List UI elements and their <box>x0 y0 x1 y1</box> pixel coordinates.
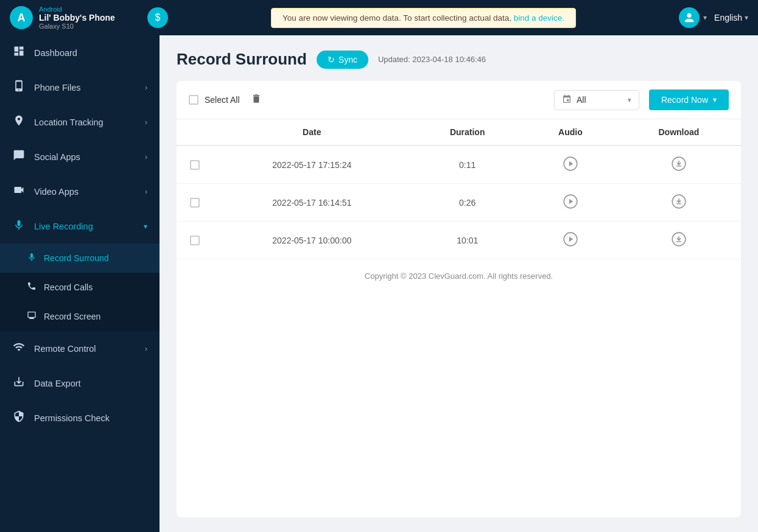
sidebar-label-location-tracking: Location Tracking <box>34 117 136 127</box>
delete-button[interactable] <box>246 91 267 109</box>
sidebar-label-phone-files: Phone Files <box>34 83 136 93</box>
sidebar-label-data-export: Data Export <box>34 379 147 388</box>
sync-button[interactable]: ↻ Sync <box>317 51 368 69</box>
sidebar-item-record-surround[interactable]: Record Surround <box>0 243 160 273</box>
bind-device-link[interactable]: bind a device. <box>514 13 564 23</box>
record-screen-icon <box>27 310 37 323</box>
layout: Dashboard Phone Files › Location Trackin… <box>0 35 758 532</box>
banner-area: You are now viewing demo data. To start … <box>168 8 679 28</box>
sidebar-item-data-export[interactable]: Data Export <box>0 366 160 401</box>
sidebar-item-dashboard[interactable]: Dashboard <box>0 35 160 70</box>
account-switch-icon[interactable]: $ <box>147 7 168 28</box>
row-checkbox[interactable] <box>190 236 200 245</box>
row-checkbox-cell <box>177 145 213 184</box>
live-recording-icon <box>12 219 26 234</box>
col-download: Download <box>617 119 741 145</box>
row-checkbox-cell <box>177 222 213 259</box>
record-calls-icon <box>27 281 37 293</box>
avatar-chevron: ▾ <box>703 13 707 22</box>
sidebar-label-record-screen: Record Screen <box>44 312 100 321</box>
video-apps-icon <box>12 184 26 199</box>
page-title: Record Surround <box>177 50 307 69</box>
location-chevron: › <box>145 118 147 127</box>
row-duration: 10:01 <box>411 222 524 259</box>
table-toolbar: Select All All ▾ Record Now ▾ <box>177 81 741 119</box>
sync-icon: ↻ <box>328 55 335 65</box>
col-date: Date <box>213 119 411 145</box>
device-model: Galaxy S10 <box>39 23 115 30</box>
logo-area: A Android Lil' Bobby's Phone Galaxy S10 … <box>10 5 168 30</box>
recordings-table: Date Duration Audio Download 2022-05-17 … <box>177 119 741 259</box>
row-audio <box>524 222 617 259</box>
row-download <box>617 222 741 259</box>
social-apps-icon <box>12 149 26 164</box>
download-button[interactable] <box>671 194 687 209</box>
row-duration: 0:26 <box>411 184 524 222</box>
svg-marker-1 <box>569 161 574 167</box>
language-label: English <box>714 13 742 23</box>
main-content: Record Surround ↻ Sync Updated: 2023-04-… <box>160 35 758 532</box>
topbar-right: ▾ English ▾ <box>679 7 748 28</box>
row-checkbox[interactable] <box>190 160 200 170</box>
col-duration: Duration <box>411 119 524 145</box>
record-now-button[interactable]: Record Now ▾ <box>649 89 729 110</box>
play-button[interactable] <box>563 194 578 209</box>
sidebar-item-location-tracking[interactable]: Location Tracking › <box>0 105 160 139</box>
sidebar-item-permissions-check[interactable]: Permissions Check <box>0 401 160 435</box>
logo-icon: A <box>10 6 33 29</box>
table-row: 2022-05-17 16:14:51 0:26 <box>177 184 741 222</box>
row-date: 2022-05-17 16:14:51 <box>213 184 411 222</box>
filter-dropdown[interactable]: All ▾ <box>554 90 639 110</box>
device-info: Android Lil' Bobby's Phone Galaxy S10 <box>39 5 115 30</box>
footer: Copyright © 2023 ClevGuard.com. All righ… <box>177 259 741 293</box>
remote-control-chevron: › <box>145 345 147 353</box>
sidebar-label-permissions-check: Permissions Check <box>34 413 147 423</box>
avatar-button[interactable]: ▾ <box>679 7 707 28</box>
dashboard-icon <box>12 45 26 60</box>
phone-files-chevron: › <box>145 83 147 92</box>
record-surround-icon <box>27 252 37 264</box>
col-checkbox <box>177 119 213 145</box>
table-row: 2022-05-17 10:00:00 10:01 <box>177 222 741 259</box>
sidebar-item-remote-control[interactable]: Remote Control › <box>0 331 160 366</box>
avatar-icon <box>679 7 700 28</box>
sidebar-label-video-apps: Video Apps <box>34 187 136 197</box>
sync-label: Sync <box>339 55 357 65</box>
calendar-icon <box>562 94 572 106</box>
sidebar-item-live-recording[interactable]: Live Recording ▾ <box>0 209 160 243</box>
row-download <box>617 145 741 184</box>
demo-banner: You are now viewing demo data. To start … <box>271 8 576 28</box>
svg-marker-9 <box>569 237 574 242</box>
row-checkbox[interactable] <box>190 198 200 208</box>
download-button[interactable] <box>671 156 687 172</box>
live-recording-submenu: Record Surround Record Calls Record Scre… <box>0 243 160 331</box>
record-now-chevron: ▾ <box>713 96 717 104</box>
row-date: 2022-05-17 17:15:24 <box>213 145 411 184</box>
sidebar-label-record-calls: Record Calls <box>44 282 93 292</box>
select-all-area: Select All <box>189 91 267 109</box>
sidebar-item-record-screen[interactable]: Record Screen <box>0 302 160 331</box>
sidebar-item-social-apps[interactable]: Social Apps › <box>0 139 160 174</box>
col-audio: Audio <box>524 119 617 145</box>
sidebar-item-phone-files[interactable]: Phone Files › <box>0 70 160 105</box>
sidebar-item-record-calls[interactable]: Record Calls <box>0 273 160 302</box>
language-selector[interactable]: English ▾ <box>714 13 748 23</box>
filter-label: All <box>577 95 623 105</box>
row-duration: 0:11 <box>411 145 524 184</box>
table-row: 2022-05-17 17:15:24 0:11 <box>177 145 741 184</box>
live-recording-chevron: ▾ <box>144 222 147 231</box>
row-checkbox-cell <box>177 184 213 222</box>
select-all-checkbox[interactable] <box>189 95 198 105</box>
download-button[interactable] <box>671 231 687 247</box>
row-date: 2022-05-17 10:00:00 <box>213 222 411 259</box>
row-download <box>617 184 741 222</box>
row-audio <box>524 184 617 222</box>
svg-marker-5 <box>569 199 574 205</box>
play-button[interactable] <box>563 231 578 247</box>
sidebar-item-video-apps[interactable]: Video Apps › <box>0 174 160 209</box>
play-button[interactable] <box>563 156 578 172</box>
social-apps-chevron: › <box>145 153 147 161</box>
device-name: Lil' Bobby's Phone <box>39 13 115 23</box>
permissions-check-icon <box>12 410 26 425</box>
table-header-row: Date Duration Audio Download <box>177 119 741 145</box>
